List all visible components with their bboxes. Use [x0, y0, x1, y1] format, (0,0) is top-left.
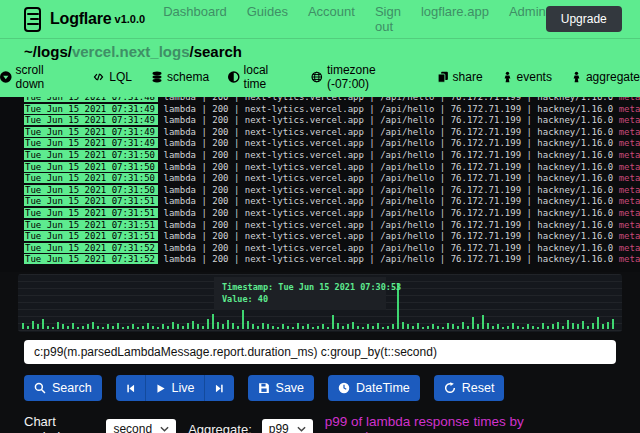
log-event-list[interactable]: Tue Jun 15 2021 07:31:48 lambda | 200 | …: [0, 97, 640, 272]
chart-bar[interactable]: [367, 324, 369, 329]
chart-bar[interactable]: [512, 323, 514, 329]
chart-bar[interactable]: [482, 315, 484, 329]
chart-bar[interactable]: [382, 327, 384, 329]
metadata-link[interactable]: metadata: [619, 150, 640, 160]
chart-bar[interactable]: [62, 324, 64, 329]
chart-bar[interactable]: [132, 324, 134, 329]
chart-bar[interactable]: [557, 322, 559, 329]
chart-bar[interactable]: [197, 324, 199, 329]
chart-bar[interactable]: [517, 326, 519, 329]
chart-bar[interactable]: [257, 326, 259, 329]
chart-bar[interactable]: [387, 326, 389, 329]
chart-bar[interactable]: [577, 324, 579, 329]
chart-bar[interactable]: [67, 326, 69, 329]
chart-bar[interactable]: [157, 327, 159, 329]
chart-bar[interactable]: [242, 308, 244, 329]
chart-bar[interactable]: [122, 327, 124, 329]
chart-bar[interactable]: [392, 324, 394, 329]
chart-bar[interactable]: [182, 326, 184, 329]
log-row[interactable]: Tue Jun 15 2021 07:31:50 lambda | 200 | …: [24, 150, 640, 162]
schema-control[interactable]: schema: [151, 70, 209, 84]
chart-bar[interactable]: [137, 327, 139, 329]
chart-bar[interactable]: [442, 327, 444, 329]
lql-control[interactable]: LQL: [92, 70, 132, 84]
chart-bar[interactable]: [357, 326, 359, 329]
chart-bar[interactable]: [472, 317, 474, 329]
chart-bar[interactable]: [227, 320, 229, 329]
metadata-link[interactable]: metadata: [619, 196, 640, 206]
reset-button[interactable]: Reset: [434, 375, 505, 401]
chart-bar[interactable]: [32, 321, 34, 329]
log-row[interactable]: Tue Jun 15 2021 07:31:51 lambda | 200 | …: [24, 196, 640, 208]
chart-bar[interactable]: [187, 323, 189, 329]
chart-bar[interactable]: [537, 327, 539, 329]
log-row[interactable]: Tue Jun 15 2021 07:31:52 lambda | 200 | …: [24, 254, 640, 266]
nav-admin[interactable]: Admin: [509, 4, 546, 34]
chart-bar[interactable]: [542, 323, 544, 329]
chart-bar[interactable]: [97, 326, 99, 329]
chart-bar[interactable]: [152, 326, 154, 329]
chart-bar[interactable]: [372, 326, 374, 329]
chart-bar[interactable]: [422, 327, 424, 329]
chart-bar[interactable]: [432, 324, 434, 329]
chart-bar[interactable]: [377, 323, 379, 329]
chart-bar[interactable]: [252, 324, 254, 329]
chart-bar[interactable]: [272, 326, 274, 329]
chart-bar[interactable]: [452, 324, 454, 329]
live-button[interactable]: Live: [145, 375, 204, 401]
chart-bar[interactable]: [27, 326, 29, 329]
chart-bar[interactable]: [267, 324, 269, 329]
chart-bar[interactable]: [322, 324, 324, 329]
chart-bar[interactable]: [232, 323, 234, 329]
log-row[interactable]: Tue Jun 15 2021 07:31:52 lambda | 200 | …: [24, 243, 640, 255]
chart-bar[interactable]: [117, 323, 119, 329]
metadata-link[interactable]: metadata: [619, 127, 640, 137]
chart-bar[interactable]: [207, 319, 209, 329]
log-row[interactable]: Tue Jun 15 2021 07:31:49 lambda | 200 | …: [24, 138, 640, 150]
chart-bar[interactable]: [467, 326, 469, 329]
chart-bar[interactable]: [172, 322, 174, 329]
chart-bar[interactable]: [547, 326, 549, 329]
metadata-link[interactable]: metadata: [619, 185, 640, 195]
chart-bar[interactable]: [52, 327, 54, 329]
upgrade-button[interactable]: Upgrade: [546, 6, 622, 32]
chart-bar[interactable]: [527, 324, 529, 329]
chart-bar[interactable]: [427, 326, 429, 329]
chart-bar[interactable]: [297, 323, 299, 329]
metadata-link[interactable]: metadata: [619, 208, 640, 218]
share-control[interactable]: share: [437, 70, 483, 84]
skip-to-start-button[interactable]: [116, 375, 145, 401]
chart-bar[interactable]: [347, 324, 349, 329]
chart-bar[interactable]: [567, 320, 569, 329]
chart-bar[interactable]: [587, 326, 589, 329]
chart-bar[interactable]: [112, 326, 114, 329]
save-button[interactable]: Save: [248, 375, 315, 401]
chart-bar[interactable]: [202, 326, 204, 329]
log-row[interactable]: Tue Jun 15 2021 07:31:51 lambda | 200 | …: [24, 220, 640, 232]
chart-bar[interactable]: [217, 322, 219, 329]
metadata-link[interactable]: metadata: [619, 243, 640, 253]
chart-bar[interactable]: [602, 324, 604, 329]
chart-bar[interactable]: [287, 326, 289, 329]
log-row[interactable]: Tue Jun 15 2021 07:31:49 lambda | 200 | …: [24, 127, 640, 139]
log-row[interactable]: Tue Jun 15 2021 07:31:48 lambda | 200 | …: [24, 97, 640, 104]
log-row[interactable]: Tue Jun 15 2021 07:31:49 lambda | 200 | …: [24, 104, 640, 116]
metadata-link[interactable]: metadata: [619, 162, 640, 172]
chart-bar[interactable]: [302, 326, 304, 329]
chart-bar[interactable]: [177, 324, 179, 329]
nav-account[interactable]: Account: [308, 4, 355, 34]
chart-bar[interactable]: [277, 327, 279, 329]
chart-bar[interactable]: [262, 323, 264, 329]
nav-logflare-app[interactable]: logflare.app: [421, 4, 489, 34]
log-row[interactable]: Tue Jun 15 2021 07:31:50 lambda | 200 | …: [24, 162, 640, 174]
chart-bar[interactable]: [317, 326, 319, 329]
chart-bar[interactable]: [497, 324, 499, 329]
chart-bar[interactable]: [332, 315, 334, 329]
chart-bar[interactable]: [532, 326, 534, 329]
chart-bar[interactable]: [57, 322, 59, 329]
chart-bar[interactable]: [507, 326, 509, 329]
chart-bar[interactable]: [72, 323, 74, 329]
metadata-link[interactable]: metadata: [619, 97, 640, 102]
chart-bar[interactable]: [337, 323, 339, 329]
chart-bar[interactable]: [342, 326, 344, 329]
